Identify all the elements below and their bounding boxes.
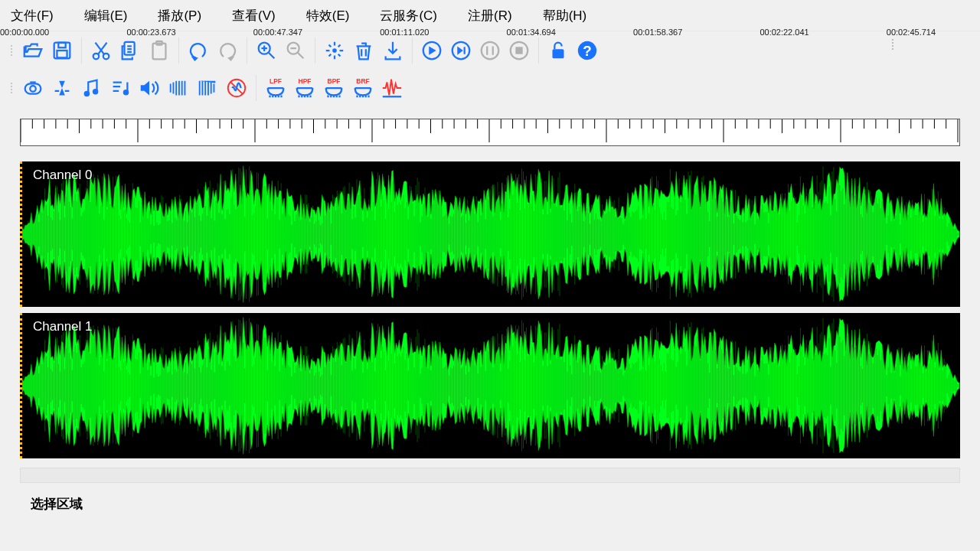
- menu-help[interactable]: 帮助(H): [543, 7, 587, 24]
- music-note-icon: [80, 77, 103, 99]
- svg-rect-15: [515, 47, 522, 54]
- zoom-out-button[interactable]: [281, 36, 310, 65]
- time-ruler[interactable]: [20, 119, 960, 146]
- normalize-button[interactable]: [47, 73, 77, 103]
- waveform-channel-0[interactable]: Channel 0: [20, 161, 960, 307]
- fade-out-button[interactable]: [193, 73, 222, 103]
- undo-button[interactable]: [184, 36, 213, 65]
- play-button[interactable]: [417, 36, 446, 65]
- zoom-in-icon: [255, 39, 278, 62]
- waveform-icon: [381, 77, 403, 99]
- download-icon: [381, 39, 404, 62]
- play-loop-icon: [449, 39, 472, 62]
- pause-circle-icon: [479, 39, 501, 62]
- waveform-channel-1[interactable]: Channel 1: [20, 313, 960, 458]
- time-labels: 00:00:00.00000:00:23.67300:00:47.34700:0…: [0, 26, 980, 38]
- editor-area: 00:00:00.00000:00:23.67300:00:47.34700:0…: [0, 106, 980, 513]
- save-icon: [51, 39, 74, 62]
- svg-point-21: [84, 91, 90, 97]
- svg-rect-1: [58, 43, 65, 48]
- menu-cloud[interactable]: 云服务(C): [380, 7, 437, 24]
- pause-button[interactable]: [475, 36, 505, 65]
- fade-out-icon: [196, 77, 219, 99]
- waveform-button[interactable]: [377, 73, 407, 103]
- menu-edit[interactable]: 编辑(E): [84, 7, 128, 24]
- brf-icon: BRF: [351, 77, 374, 99]
- folder-open-icon: [21, 39, 44, 62]
- svg-point-13: [482, 42, 499, 60]
- trash-icon: [352, 39, 375, 62]
- svg-rect-6: [153, 44, 166, 60]
- zoom-out-icon: [284, 39, 307, 62]
- toolbar-separator: [247, 37, 247, 64]
- menu-register[interactable]: 注册(R): [468, 7, 512, 24]
- export-button[interactable]: [378, 36, 407, 65]
- help-button[interactable]: ?: [573, 36, 602, 65]
- bpf-button[interactable]: BPF: [319, 73, 348, 103]
- time-tick-label: 00:01:34.694: [507, 28, 556, 37]
- toolbar-grip-icon[interactable]: [892, 39, 896, 60]
- record-button[interactable]: [18, 73, 47, 103]
- svg-text:?: ?: [583, 43, 591, 59]
- stop-button[interactable]: [505, 36, 534, 65]
- toolbar-separator: [81, 37, 82, 64]
- fade-in-icon: [167, 77, 190, 99]
- channel-label: Channel 1: [33, 319, 93, 334]
- lpf-icon: LPF: [264, 77, 287, 99]
- redo-icon: [216, 39, 239, 62]
- play-loop-button[interactable]: [446, 36, 475, 65]
- toolbar-separator: [412, 37, 413, 64]
- horizontal-scrollbar[interactable]: [20, 468, 960, 483]
- paste-button[interactable]: [145, 36, 174, 65]
- menu-effects[interactable]: 特效(E): [306, 7, 350, 24]
- volume-button[interactable]: [135, 73, 164, 103]
- speaker-icon: [138, 77, 161, 99]
- svg-point-22: [93, 89, 99, 95]
- menu-view[interactable]: 查看(V): [232, 7, 276, 24]
- time-tick-label: 00:01:11.020: [380, 28, 429, 37]
- cut-button[interactable]: [87, 36, 116, 65]
- svg-rect-2: [57, 51, 67, 57]
- stop-circle-icon: [508, 39, 531, 62]
- waveform-container: Channel 0 Channel 1: [20, 161, 960, 458]
- toolbar-grip-icon[interactable]: [11, 75, 15, 101]
- delete-button[interactable]: [349, 36, 378, 65]
- copy-button[interactable]: [116, 36, 145, 65]
- menu-play[interactable]: 播放(P): [158, 7, 201, 24]
- svg-text:LPF: LPF: [270, 77, 282, 85]
- time-tick-label: 00:00:00.000: [0, 28, 49, 37]
- help-circle-icon: ?: [576, 39, 599, 62]
- fade-in-button[interactable]: [164, 73, 193, 103]
- undo-icon: [187, 39, 210, 62]
- copy-icon: [119, 39, 142, 62]
- brf-button[interactable]: BRF: [348, 73, 377, 103]
- time-tick-label: 00:00:23.673: [126, 28, 175, 37]
- sort-notes-button[interactable]: [106, 73, 135, 103]
- record-device-icon: [21, 77, 44, 99]
- sort-notes-icon: [109, 77, 132, 99]
- svg-text:HPF: HPF: [299, 77, 312, 85]
- svg-point-10: [332, 48, 337, 53]
- toolbar-separator: [178, 37, 179, 64]
- music-button[interactable]: [77, 73, 106, 103]
- toolbar-separator: [315, 37, 315, 64]
- section-heading: 选择区域: [20, 495, 960, 513]
- zoom-in-button[interactable]: [252, 36, 281, 65]
- paste-icon: [148, 39, 171, 62]
- save-button[interactable]: [47, 36, 77, 65]
- svg-point-3: [93, 54, 100, 60]
- redo-button[interactable]: [213, 36, 242, 65]
- time-tick-label: 00:02:22.041: [760, 28, 808, 37]
- svg-text:BPF: BPF: [328, 77, 341, 85]
- toolbar-grip-icon[interactable]: [11, 37, 15, 64]
- noise-reduction-button[interactable]: [222, 73, 251, 103]
- effects-button[interactable]: [320, 36, 349, 65]
- unlock-button[interactable]: [544, 36, 573, 65]
- lpf-button[interactable]: LPF: [261, 73, 290, 103]
- menu-file[interactable]: 文件(F): [11, 7, 54, 24]
- hpf-button[interactable]: HPF: [290, 73, 319, 103]
- unlock-icon: [547, 39, 570, 62]
- time-tick-label: 00:00:47.347: [253, 28, 302, 37]
- open-button[interactable]: [18, 36, 47, 65]
- toolbar-separator: [538, 37, 539, 64]
